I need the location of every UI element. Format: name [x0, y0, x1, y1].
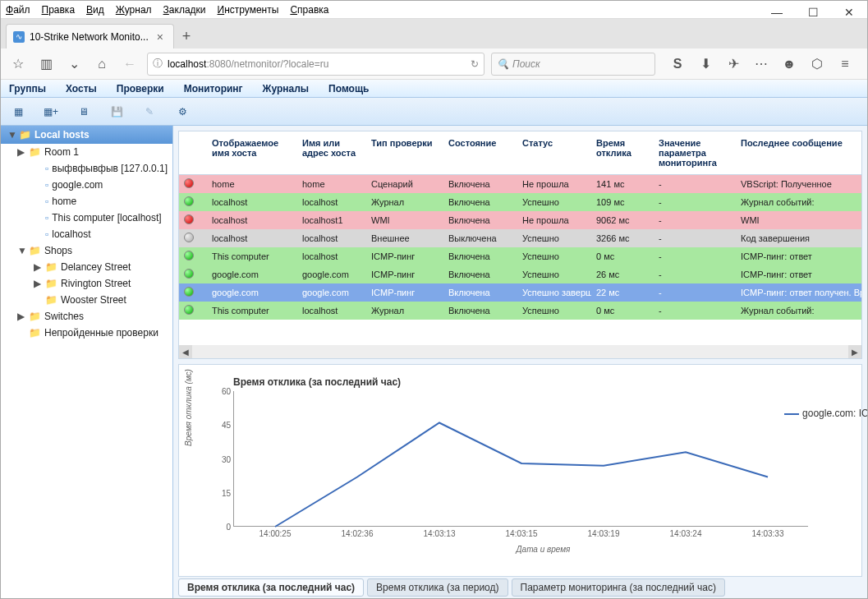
- table-cell: google.com: [207, 265, 297, 283]
- new-tab-button[interactable]: +: [174, 24, 199, 48]
- menu-file[interactable]: Файл: [6, 4, 30, 16]
- scroll-right-icon[interactable]: ▶: [848, 345, 861, 358]
- menu-help[interactable]: Справка: [290, 4, 328, 16]
- close-button[interactable]: ✕: [831, 1, 867, 24]
- app-menu-help[interactable]: Помощь: [328, 83, 369, 94]
- table-row[interactable]: google.comgoogle.comICMP-пингВключенаУсп…: [179, 265, 861, 283]
- gear-icon[interactable]: ⬡: [806, 53, 828, 75]
- hamburger-icon[interactable]: ≡: [834, 53, 856, 75]
- tree-item[interactable]: ▫localhost: [1, 226, 172, 242]
- bookmark-star-icon[interactable]: ☆: [7, 53, 29, 75]
- column-header[interactable]: Имя или адрес хоста: [297, 131, 366, 175]
- tool-list-icon[interactable]: ▦: [7, 101, 29, 122]
- tree-item[interactable]: ▼📁Shops: [1, 242, 172, 259]
- ext-s-icon[interactable]: S: [667, 53, 688, 75]
- menu-bookmarks[interactable]: Закладки: [163, 4, 206, 16]
- column-header[interactable]: Значение параметра мониторинга: [654, 131, 736, 175]
- tree-item[interactable]: ▶📁Switches: [1, 308, 172, 325]
- tool-add-icon[interactable]: ▦+: [40, 101, 62, 122]
- table-row[interactable]: This computerlocalhostICMP-пингВключенаУ…: [179, 247, 861, 265]
- url-bar[interactable]: ⓘ localhost:8080/netmonitor/?locale=ru ↻: [147, 53, 485, 76]
- tree-header[interactable]: ▼ 📁 Local hosts: [1, 126, 172, 144]
- face-icon[interactable]: ☻: [778, 53, 800, 75]
- extension-icons: S ⬇ ✈ ⋯ ☻ ⬡ ≡: [662, 53, 861, 75]
- tree-item[interactable]: ▫This computer [localhost]: [1, 210, 172, 226]
- search-bar[interactable]: 🔍 Поиск: [491, 53, 655, 76]
- menu-history[interactable]: Журнал: [116, 4, 152, 16]
- home-icon[interactable]: ⌂: [91, 53, 113, 75]
- table-row[interactable]: This computerlocalhostЖурналВключенаУспе…: [179, 302, 861, 320]
- status-led-icon: [184, 178, 194, 188]
- folder-icon: 📁: [29, 146, 41, 158]
- btab-response-hour[interactable]: Время отклика (за последний час): [178, 578, 364, 597]
- table-row[interactable]: homehomeСценарийВключенаНе прошла141 мс-…: [179, 175, 861, 193]
- reload-icon[interactable]: ↻: [471, 58, 479, 70]
- menu-edit[interactable]: Правка: [42, 4, 76, 16]
- send-icon[interactable]: ✈: [723, 53, 744, 75]
- app-menu-hosts[interactable]: Хосты: [66, 83, 97, 94]
- tree-item[interactable]: ▫выфвфывфыв [127.0.0.1]: [1, 160, 172, 177]
- chevron-icon: ▶: [17, 311, 25, 322]
- table-cell: -: [654, 302, 736, 320]
- tree-item[interactable]: ▫home: [1, 193, 172, 210]
- x-tick: 14:00:25: [259, 526, 292, 538]
- menu-view[interactable]: Вид: [86, 4, 104, 16]
- tree-item[interactable]: ▶📁Rivington Street: [1, 275, 172, 292]
- table-cell: -: [654, 229, 736, 247]
- btab-response-period[interactable]: Время отклика (за период): [367, 578, 507, 597]
- table-row[interactable]: localhostlocalhost1WMIВключенаНе прошла9…: [179, 211, 861, 229]
- tree-item[interactable]: ▶📁Room 1: [1, 144, 172, 160]
- chevron-icon: ▼: [17, 245, 25, 256]
- table-row[interactable]: google.comgoogle.comICMP-пингВключенаУсп…: [179, 283, 861, 302]
- back-icon[interactable]: ←: [119, 53, 140, 75]
- table-cell: localhost: [297, 229, 366, 247]
- chart-line: [234, 391, 808, 526]
- tree-item[interactable]: ▫google.com: [1, 177, 172, 193]
- host-icon: ▫: [45, 196, 48, 207]
- table-cell: VBScript: Полученное: [736, 175, 861, 193]
- table-cell: -: [654, 283, 736, 302]
- y-tick: 30: [222, 454, 234, 463]
- table-row[interactable]: localhostlocalhostЖурналВключенаУспешно1…: [179, 193, 861, 211]
- menu-tools[interactable]: Инструменты: [218, 4, 279, 16]
- app-menu-journals[interactable]: Журналы: [263, 83, 309, 94]
- tree-item[interactable]: 📁Wooster Street: [1, 292, 172, 308]
- table-row[interactable]: localhostlocalhostВнешнееВыключенаУспешн…: [179, 229, 861, 247]
- download-icon[interactable]: ⬇: [695, 53, 716, 75]
- app-menu-checks[interactable]: Проверки: [117, 83, 164, 94]
- tree-item[interactable]: ▶📁Delancey Street: [1, 259, 172, 275]
- maximize-button[interactable]: ☐: [795, 1, 831, 24]
- column-header[interactable]: [179, 131, 207, 175]
- table-cell: 0 мс: [591, 247, 654, 265]
- tool-monitor-icon[interactable]: 🖥: [73, 101, 94, 122]
- tool-settings-icon[interactable]: ⚙: [172, 101, 193, 122]
- status-led-icon: [184, 233, 194, 242]
- column-header[interactable]: Последнее сообщение: [736, 131, 861, 175]
- minimize-button[interactable]: —: [759, 1, 795, 24]
- column-header[interactable]: Время отклика: [591, 131, 654, 175]
- table-cell: Успешно: [517, 302, 591, 320]
- column-header[interactable]: Тип проверки: [366, 131, 443, 175]
- table-cell: WMI: [736, 211, 861, 229]
- column-header[interactable]: Состояние: [443, 131, 517, 175]
- site-info-icon[interactable]: ⓘ: [153, 57, 163, 71]
- tree-item[interactable]: 📁Непройденные проверки: [1, 325, 172, 341]
- column-header[interactable]: Статус: [517, 131, 591, 175]
- column-header[interactable]: Отображаемое имя хоста: [207, 131, 297, 175]
- chart-area: Время отклика (за последний час) Время о…: [178, 364, 862, 577]
- pocket-icon[interactable]: ⌄: [63, 53, 85, 75]
- x-tick: 14:03:15: [506, 526, 538, 538]
- browser-tab[interactable]: ∿ 10-Strike Network Monito... ×: [6, 24, 174, 48]
- app-menu-monitoring[interactable]: Мониторинг: [184, 83, 243, 94]
- more-icon[interactable]: ⋯: [751, 53, 772, 75]
- tool-edit-icon[interactable]: ✎: [139, 101, 160, 122]
- btab-param-hour[interactable]: Параметр мониторинга (за последний час): [512, 578, 725, 597]
- sidebar-icon[interactable]: ▥: [35, 53, 57, 75]
- host-icon: ▫: [45, 179, 48, 191]
- tab-close-icon[interactable]: ×: [154, 30, 167, 44]
- horizontal-scrollbar[interactable]: ◀ ▶: [179, 345, 861, 358]
- app-menu-groups[interactable]: Группы: [9, 83, 46, 94]
- scroll-left-icon[interactable]: ◀: [179, 345, 192, 358]
- tree-item-label: localhost: [52, 228, 90, 240]
- tool-save-icon[interactable]: 💾: [106, 101, 127, 122]
